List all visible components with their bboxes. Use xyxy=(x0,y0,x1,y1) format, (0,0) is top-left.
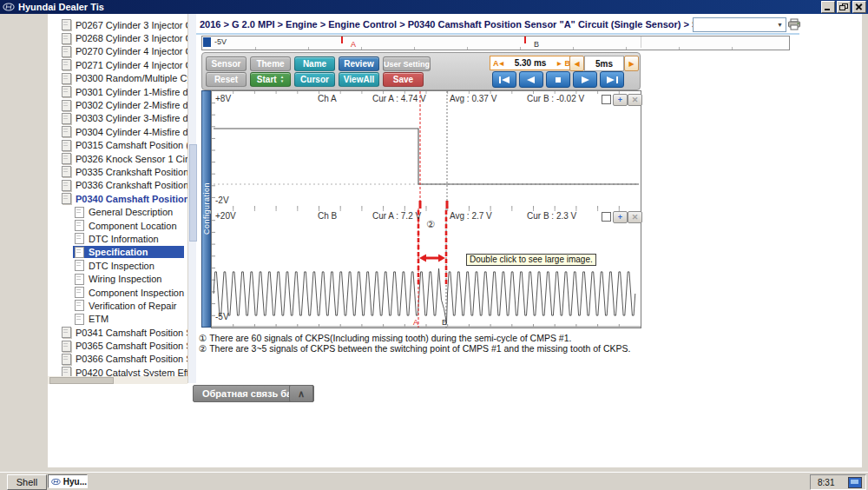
channel-a-cursor-b-value: Cur B : -0.02 V xyxy=(527,94,584,103)
sidebar-item-p0340[interactable]: P0340 Camshaft Position Se xyxy=(48,192,187,205)
sidebar-item-p0300[interactable]: P0300 Random/Multiple Cylin xyxy=(48,72,187,85)
taskbar-shell-button[interactable]: Shell xyxy=(7,474,47,490)
window-title: Hyundai Dealer Tis xyxy=(18,0,821,14)
user-setting-button[interactable]: User Setting xyxy=(383,56,431,71)
channel-b-add-button[interactable]: + xyxy=(613,211,628,223)
sidebar-item-label: ETM xyxy=(89,314,108,324)
sidebar-item-p0366[interactable]: P0366 Camshaft Position Sen xyxy=(48,353,187,366)
screen: Hyundai Dealer Tis P0267 Cylinder 3 Inje… xyxy=(0,0,868,490)
sidebar-item-p0270[interactable]: P0270 Cylinder 4 Injector Circ xyxy=(48,45,187,58)
start-button[interactable]: Start▲▼ xyxy=(250,72,291,87)
sidebar-item-label: P0315 Camshaft Position (CM xyxy=(76,140,187,150)
sidebar-item-p0304[interactable]: P0304 Cylinder 4-Misfire dete xyxy=(48,125,187,138)
sidebar-item-p0315[interactable]: P0315 Camshaft Position (CM xyxy=(48,139,187,152)
stop-icon xyxy=(548,74,569,86)
skip-end-button[interactable] xyxy=(600,71,624,88)
channel-b-checkbox[interactable] xyxy=(602,212,611,222)
sidebar-item-label: P0341 Camshaft Position Sen xyxy=(76,328,187,338)
document-icon xyxy=(62,140,71,151)
overview-cursor-a-mark[interactable] xyxy=(341,36,343,43)
tree-vertical-scrollbar[interactable] xyxy=(187,14,196,383)
print-icon[interactable] xyxy=(787,18,801,30)
close-icon[interactable] xyxy=(852,1,866,13)
cursor-button[interactable]: Cursor xyxy=(294,72,335,87)
scrollbar-thumb[interactable] xyxy=(49,377,114,384)
collapse-button[interactable]: ∧ xyxy=(289,385,313,402)
network-monitor-icon[interactable] xyxy=(848,477,862,488)
scrollbar-thumb[interactable] xyxy=(189,144,197,242)
overview-cursor-b-mark[interactable] xyxy=(524,36,526,43)
sidebar-item-p0326[interactable]: P0326 Knock Sensor 1 Circuit xyxy=(48,152,187,165)
sidebar-item-etm[interactable]: ETM xyxy=(48,313,187,326)
button-label: Cursor xyxy=(300,75,329,84)
sidebar-item-p0271[interactable]: P0271 Cylinder 4 Injector Circ xyxy=(48,58,187,71)
button-label: Name xyxy=(303,59,326,69)
overview-cursor-b-label: B xyxy=(534,40,539,49)
chevron-down-icon: ▼ xyxy=(777,22,783,28)
scope-overview-strip: -5V A B xyxy=(201,36,790,50)
sidebar-item-dtc[interactable]: DTC Information xyxy=(48,232,187,245)
note-2: ② There are 3~5 signals of CKPS between … xyxy=(199,343,798,354)
play-button[interactable] xyxy=(573,71,597,88)
channel-b-close-button[interactable]: ✕ xyxy=(628,211,642,223)
timebase-decrease-button[interactable]: ◀ xyxy=(569,56,584,71)
left-gutter xyxy=(0,14,48,472)
sidebar-item-p0267[interactable]: P0267 Cylinder 3 Injector Circ xyxy=(48,18,187,31)
breadcrumb: 2016 > G 2.0 MPI > Engine > Engine Contr… xyxy=(200,19,686,30)
step-back-button[interactable] xyxy=(519,71,543,88)
reset-button[interactable]: Reset xyxy=(206,72,247,87)
sidebar-item-label: P0271 Cylinder 4 Injector Circ xyxy=(76,60,187,70)
sidebar-item-specification[interactable]: Specification xyxy=(48,246,187,259)
taskbar-hyundai-app-button[interactable]: Hyu... xyxy=(48,474,88,488)
channel-a-name: Ch A xyxy=(318,94,337,103)
sidebar-item-p0302[interactable]: P0302 Cylinder 2-Misfire dete xyxy=(48,98,187,111)
theme-button[interactable]: Theme xyxy=(250,56,291,71)
channel-a-add-button[interactable]: + xyxy=(613,94,628,106)
sidebar-item-label: P0300 Random/Multiple Cylin xyxy=(76,73,187,83)
configuration-tab[interactable]: Configuration xyxy=(201,90,211,328)
sidebar-item-p0336[interactable]: P0336 Crankshaft Position Se xyxy=(48,179,187,192)
document-icon xyxy=(62,153,71,164)
strip-tick xyxy=(626,47,627,50)
restore-icon[interactable] xyxy=(837,1,851,13)
sidebar-item-dtc[interactable]: DTC Inspection xyxy=(48,259,187,272)
document-icon xyxy=(75,314,84,325)
sidebar-item-p0303[interactable]: P0303 Cylinder 3-Misfire dete xyxy=(48,112,187,125)
sidebar-item-verification[interactable]: Verification of Repair xyxy=(48,299,187,312)
sidebar-item-p0335[interactable]: P0335 Crankshaft Position Se xyxy=(48,165,187,178)
channel-a-checkbox[interactable] xyxy=(602,95,611,104)
document-icon xyxy=(62,193,71,204)
tree-horizontal-scrollbar[interactable] xyxy=(48,376,187,384)
channel-a-close-button[interactable]: ✕ xyxy=(628,94,642,106)
sidebar-item-p0365[interactable]: P0365 Camshaft Position Sen xyxy=(48,339,187,352)
button-label: Reset xyxy=(214,75,238,84)
skip-end-icon xyxy=(602,74,622,86)
timebase-increase-button[interactable]: ▶ xyxy=(624,56,639,71)
sidebar-item-p0341[interactable]: P0341 Camshaft Position Sen xyxy=(48,326,187,339)
sidebar-item-component[interactable]: Component Inspection xyxy=(48,286,187,299)
minimize-icon[interactable] xyxy=(821,1,835,13)
skip-start-button[interactable] xyxy=(492,71,516,88)
sidebar-item-component[interactable]: Component Location xyxy=(48,219,187,232)
timebase-value[interactable]: 5ms xyxy=(584,56,624,71)
divider xyxy=(641,36,641,48)
channel-a-plot[interactable]: +8V Ch A Cur A : 4.74 V Avg : 0.37 V Cur… xyxy=(211,90,641,210)
right-gutter xyxy=(862,14,868,472)
viewall-button[interactable]: ViewAll xyxy=(339,72,379,87)
sidebar-item-p0268[interactable]: P0268 Cylinder 3 Injector Circ xyxy=(48,31,187,44)
document-icon xyxy=(62,166,71,177)
save-button[interactable]: Save xyxy=(383,72,424,87)
sidebar-item-p0301[interactable]: P0301 Cylinder 1-Misfire dete xyxy=(48,85,187,98)
page-combo[interactable]: ▼ xyxy=(693,17,786,32)
sensor-button[interactable]: Sensor xyxy=(206,56,247,71)
channel-b-plot[interactable]: AB +20V Ch B Cur A : 7.2 V Avg : 2.7 V C… xyxy=(211,209,641,328)
stop-button[interactable] xyxy=(546,71,570,88)
strip-tick xyxy=(732,47,733,50)
document-icon xyxy=(62,19,71,30)
name-button[interactable]: Name xyxy=(294,56,335,71)
sidebar-item-wiring[interactable]: Wiring Inspection xyxy=(48,272,187,285)
strip-tick xyxy=(520,47,521,50)
review-button[interactable]: Review xyxy=(339,56,379,71)
channel-a-top-scale: +8V xyxy=(215,94,231,103)
sidebar-item-general[interactable]: General Description xyxy=(48,205,187,218)
